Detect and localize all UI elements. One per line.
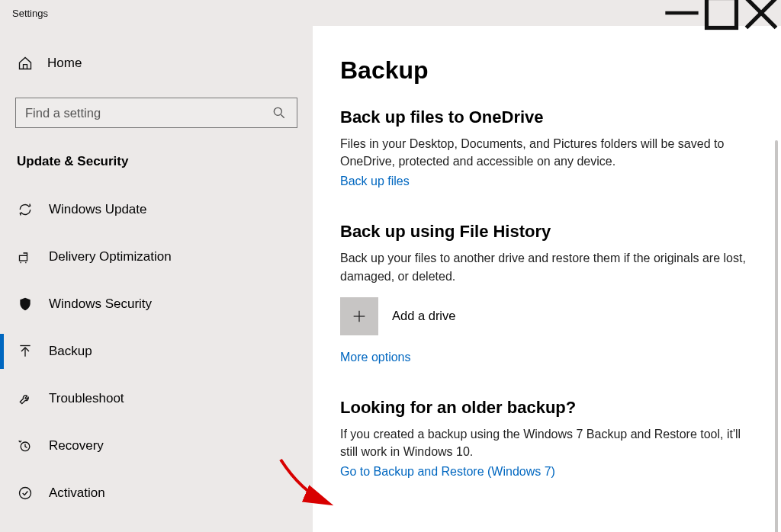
section-description: Files in your Desktop, Documents, and Pi… [340, 135, 758, 170]
sidebar-item-recovery[interactable]: Recovery [0, 422, 313, 470]
search-icon [271, 104, 288, 121]
recovery-icon [17, 437, 34, 454]
sidebar-item-home[interactable]: Home [0, 41, 313, 85]
section-heading: Back up using File History [340, 222, 758, 242]
sidebar-item-delivery-optimization[interactable]: Delivery Optimization [0, 233, 313, 280]
sync-icon [17, 201, 34, 218]
section-heading: Looking for an older backup? [340, 398, 758, 418]
backup-restore-win7-link[interactable]: Go to Backup and Restore (Windows 7) [340, 465, 555, 478]
close-button[interactable] [741, 0, 781, 26]
sidebar-item-troubleshoot[interactable]: Troubleshoot [0, 375, 313, 422]
section-description: Back up your files to another drive and … [340, 249, 758, 284]
maximize-button[interactable] [702, 0, 741, 26]
window-title: Settings [12, 8, 48, 19]
section-file-history: Back up using File History Back up your … [340, 222, 758, 364]
sidebar-item-label: Troubleshoot [49, 391, 124, 406]
search-input[interactable] [15, 98, 297, 128]
home-icon [17, 55, 34, 72]
section-description: If you created a backup using the Window… [340, 425, 758, 460]
page-title: Backup [340, 56, 758, 85]
window-controls [662, 0, 781, 26]
search-field[interactable] [25, 106, 271, 120]
plus-icon [340, 297, 378, 335]
sidebar-item-label: Backup [49, 344, 92, 359]
wrench-icon [17, 390, 34, 407]
section-onedrive: Back up files to OneDrive Files in your … [340, 107, 758, 188]
scrollbar[interactable] [775, 140, 778, 532]
add-drive-label: Add a drive [392, 309, 455, 323]
svg-rect-6 [20, 255, 27, 261]
svg-point-4 [274, 107, 281, 115]
shield-icon [17, 296, 34, 312]
sidebar-item-label: Windows Security [49, 296, 152, 312]
sidebar-item-label: Activation [49, 486, 105, 501]
sidebar: Home Update & Security Windows Update [0, 26, 313, 532]
svg-point-12 [20, 488, 31, 499]
sidebar-item-label: Recovery [49, 438, 104, 453]
svg-line-5 [281, 115, 284, 118]
backup-icon [17, 343, 34, 360]
sidebar-item-activation[interactable]: Activation [0, 470, 313, 517]
sidebar-item-label: Windows Update [49, 202, 147, 217]
sidebar-category: Update & Security [0, 128, 313, 186]
minimize-button[interactable] [662, 0, 702, 26]
sidebar-item-backup[interactable]: Backup [0, 328, 313, 375]
svg-rect-1 [707, 0, 737, 28]
content-pane: Backup Back up files to OneDrive Files i… [313, 26, 781, 532]
delivery-icon [17, 248, 34, 265]
sidebar-item-label: Delivery Optimization [49, 249, 172, 264]
sidebar-item-windows-update[interactable]: Windows Update [0, 186, 313, 233]
back-up-files-link[interactable]: Back up files [340, 175, 410, 187]
more-options-link[interactable]: More options [340, 351, 411, 364]
sidebar-item-windows-security[interactable]: Windows Security [0, 280, 313, 328]
add-drive-button[interactable]: Add a drive [340, 297, 758, 335]
home-label: Home [47, 56, 82, 71]
activation-icon [17, 485, 34, 502]
section-older-backup: Looking for an older backup? If you crea… [340, 398, 758, 479]
titlebar: Settings [0, 0, 781, 26]
section-heading: Back up files to OneDrive [340, 107, 758, 127]
